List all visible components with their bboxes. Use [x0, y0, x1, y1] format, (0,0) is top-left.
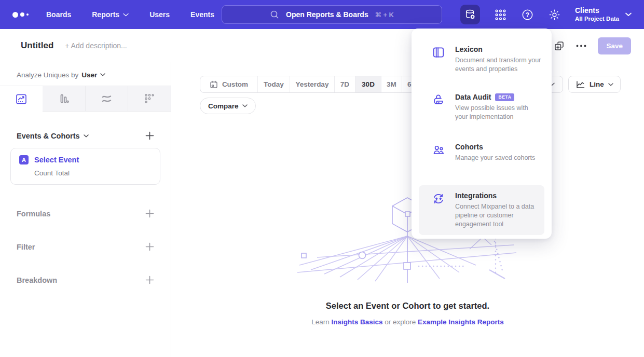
event-selector-card[interactable]: A Select Event Count Total: [10, 148, 160, 185]
calendar-icon: [210, 80, 218, 89]
cohorts-icon: [432, 143, 445, 157]
mixpanel-logo-icon[interactable]: [12, 12, 29, 18]
nav-boards[interactable]: Boards: [46, 10, 71, 19]
duplicate-plus-icon: [554, 40, 565, 51]
tab-metrics[interactable]: [128, 86, 171, 112]
nav-users-label: Users: [149, 10, 170, 19]
chevron-down-icon: [123, 13, 129, 17]
tab-stacked-chart[interactable]: [85, 86, 128, 112]
range-30d-label: 30D: [362, 80, 375, 88]
nav-boards-label: Boards: [46, 10, 71, 19]
breakdown-section: Breakdown: [0, 276, 171, 284]
add-description-field[interactable]: + Add description...: [65, 42, 127, 50]
add-formula-button[interactable]: [145, 209, 154, 218]
compare-label: Compare: [208, 102, 239, 110]
events-cohorts-dropdown[interactable]: Events & Cohorts: [17, 132, 89, 140]
menu-item-data-audit[interactable]: Data Audit BETA View possible issues wit…: [412, 93, 552, 121]
line-chart-icon: [576, 79, 585, 89]
event-series-badge: A: [19, 155, 29, 164]
breakdown-label: Breakdown: [17, 276, 57, 284]
report-title[interactable]: Untitled: [21, 40, 53, 51]
data-audit-icon: [432, 93, 445, 107]
help-button[interactable]: ?: [521, 8, 534, 21]
apps-grid-button[interactable]: [494, 8, 507, 21]
range-7d[interactable]: 7D: [334, 76, 355, 92]
save-button[interactable]: Save: [598, 37, 631, 54]
navbar-right-cluster: ? Clients All Project Data: [460, 5, 632, 24]
events-cohorts-header: Events & Cohorts: [17, 131, 154, 140]
menu-item-cohorts[interactable]: Cohorts Manage your saved cohorts: [412, 143, 552, 162]
search-shortcut: ⌘ + K: [375, 11, 394, 19]
data-management-menu: Lexicon Document and transform your even…: [412, 29, 552, 239]
menu-item-lexicon[interactable]: Lexicon Document and transform your even…: [412, 45, 552, 74]
range-yesterday-label: Yesterday: [296, 80, 329, 88]
empty-state-title: Select an Event or Cohort to get started…: [171, 301, 644, 311]
menu-item-title: Integrations: [455, 191, 497, 200]
project-name: Clients: [575, 6, 619, 15]
project-selector[interactable]: Clients All Project Data: [575, 6, 632, 23]
plus-icon: [145, 276, 154, 284]
nav-events[interactable]: Events: [190, 10, 214, 19]
nav-users[interactable]: Users: [149, 10, 170, 19]
insights-basics-link[interactable]: Insights Basics: [331, 318, 382, 326]
dots-grid-icon: [143, 92, 156, 105]
filter-section: Filter: [0, 242, 171, 251]
line-chart-icon: [15, 93, 28, 105]
count-total-dropdown[interactable]: Count Total: [34, 169, 152, 177]
learn-text: Learn: [311, 318, 330, 326]
toolbar-actions: Save: [554, 37, 631, 54]
tab-line-chart[interactable]: [0, 86, 43, 112]
select-event-label[interactable]: Select Event: [34, 156, 79, 164]
ellipsis-icon: [576, 45, 586, 47]
events-cohorts-label: Events & Cohorts: [17, 132, 80, 140]
bar-chart-icon: [58, 92, 70, 105]
plus-icon: [145, 131, 154, 140]
duplicate-report-button[interactable]: [554, 40, 565, 51]
range-today[interactable]: Today: [257, 76, 290, 92]
analyze-value-dropdown[interactable]: User: [81, 71, 105, 79]
menu-item-title: Cohorts: [455, 143, 483, 151]
menu-item-integrations[interactable]: Integrations Connect Mixpanel to a data …: [419, 185, 544, 235]
beta-badge: BETA: [495, 93, 514, 101]
range-today-label: Today: [264, 80, 284, 88]
range-3m[interactable]: 3M: [381, 76, 402, 92]
search-icon: [270, 10, 279, 19]
project-scope: All Project Data: [575, 15, 619, 23]
chart-type-label: Line: [590, 80, 604, 88]
global-search-input[interactable]: Open Reports & Boards ⌘ + K: [222, 5, 442, 24]
database-gear-icon: [464, 8, 476, 21]
range-7d-label: 7D: [340, 80, 349, 88]
lexicon-icon: [432, 46, 445, 59]
analyze-label: Analyze Uniques by: [17, 71, 78, 79]
empty-state: Select an Event or Cohort to get started…: [171, 301, 644, 326]
add-filter-button[interactable]: [145, 242, 154, 251]
settings-button[interactable]: [548, 8, 561, 21]
chevron-down-icon: [100, 73, 105, 76]
chevron-down-icon: [242, 104, 248, 107]
example-insights-reports-link[interactable]: Example Insights Reports: [418, 318, 504, 326]
range-30d-selected[interactable]: 30D: [355, 76, 381, 92]
menu-item-description: Manage your saved cohorts: [455, 154, 535, 162]
add-event-button[interactable]: [145, 131, 154, 140]
svg-text:?: ?: [526, 11, 529, 18]
add-breakdown-button[interactable]: [145, 276, 154, 284]
analyze-row: Analyze Uniques by User: [0, 62, 171, 81]
menu-item-description: Connect Mixpanel to a data pipeline or c…: [455, 202, 539, 229]
nav-reports[interactable]: Reports: [92, 10, 129, 19]
chevron-down-icon: [608, 83, 613, 86]
stacked-area-icon: [100, 92, 113, 105]
range-custom[interactable]: Custom: [200, 76, 257, 92]
tab-bar-chart[interactable]: [43, 86, 85, 112]
chart-type-dropdown[interactable]: Line: [568, 76, 621, 93]
mixpanel-app: Boards Reports Users Events Open Reports…: [0, 0, 644, 357]
chevron-down-icon: [84, 134, 89, 138]
top-navbar: Boards Reports Users Events Open Reports…: [0, 0, 644, 29]
data-management-button[interactable]: [460, 5, 480, 24]
gear-icon: [548, 8, 561, 21]
range-custom-label: Custom: [222, 80, 248, 88]
more-options-button[interactable]: [576, 45, 586, 47]
range-yesterday[interactable]: Yesterday: [290, 76, 334, 92]
nav-reports-label: Reports: [92, 10, 119, 19]
compare-dropdown[interactable]: Compare: [200, 98, 256, 114]
integrations-sync-icon: [432, 192, 445, 205]
